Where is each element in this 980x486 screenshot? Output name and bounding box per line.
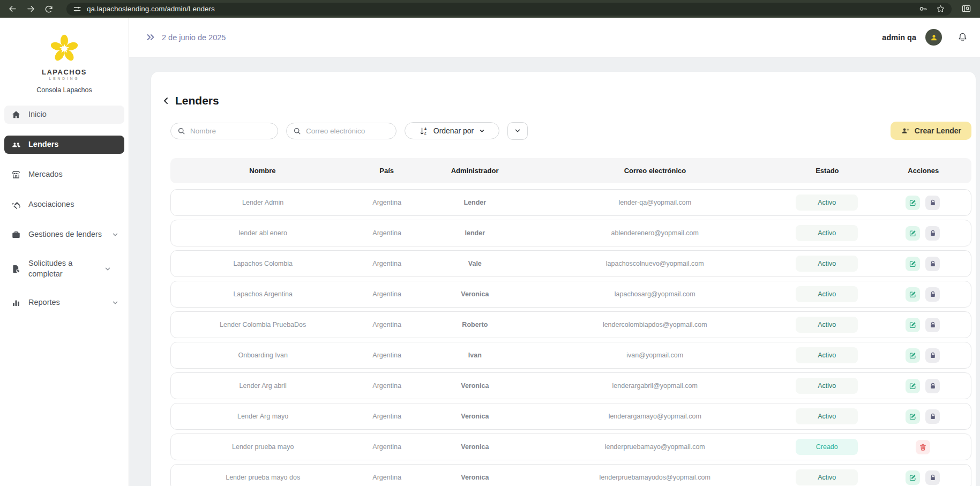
cell-acciones [875,470,971,485]
cell-estado: Activo [779,408,875,424]
people-icon [11,140,21,150]
sort-by-button[interactable]: AZ Ordenar por [405,122,499,139]
avatar[interactable] [925,29,942,46]
status-badge: Creado [796,439,858,455]
lock-button[interactable] [925,257,940,271]
logo-subtitle: LENDING [0,77,129,80]
lock-icon [929,290,937,298]
lock-button[interactable] [925,348,940,363]
bookmark-star-icon[interactable] [936,4,945,13]
sidebar-item-reportes[interactable]: Reportes [4,294,124,312]
console-label: Consola Lapachos [0,86,129,94]
edit-button[interactable] [906,196,920,210]
password-key-icon[interactable] [918,4,927,13]
edit-button[interactable] [906,318,920,332]
delete-button[interactable] [916,440,930,454]
cell-nombre: Lender Arg mayo [171,413,355,420]
edit-button[interactable] [906,257,920,271]
svg-text:A: A [424,127,427,131]
edit-button[interactable] [906,470,920,485]
sidebar-item-solicitudes-a-completar[interactable]: Solicitudes a completar [4,256,117,282]
sidebar-item-asociaciones[interactable]: Asociaciones [4,196,124,214]
sidebar-item-mercados[interactable]: Mercados [4,166,124,184]
url-bar[interactable]: qa.lapachoslending.com/admin/Lenders [66,3,952,16]
lenders-card: Lenders [151,72,976,486]
cell-correo: lenderargabril@yopmail.com [531,382,779,390]
email-search-box [286,123,397,139]
column-header-nombre: Nombre [170,167,355,175]
email-search-input[interactable] [286,123,397,139]
back-arrow-icon[interactable] [6,3,18,15]
table-row: Lender Arg abrilArgentinaVeronicalendera… [170,372,971,399]
cell-estado: Activo [779,256,875,272]
edit-button[interactable] [906,379,920,393]
chevron-down-icon [104,265,111,273]
edit-button[interactable] [906,287,920,302]
name-search-input[interactable] [170,123,278,139]
cell-correo: ivan@yopmail.com [531,352,779,359]
site-settings-icon[interactable] [73,5,81,13]
cell-pais: Argentina [355,474,418,481]
side-panel-search-icon[interactable] [961,4,971,14]
collapse-sidebar-icon[interactable] [146,33,155,41]
lock-button[interactable] [925,226,940,241]
reload-icon[interactable] [43,3,55,15]
lock-button[interactable] [925,409,940,424]
lock-button[interactable] [925,470,940,485]
cell-administrador: Lender [419,199,531,206]
edit-button[interactable] [906,348,920,363]
lapachos-flower-logo-icon [48,33,80,65]
cell-estado: Activo [779,195,875,211]
cell-administrador: Veronica [419,474,531,481]
lock-button[interactable] [925,379,940,393]
sidebar-item-inicio[interactable]: Inicio [4,106,124,124]
user-name: admin qa [882,33,916,42]
edit-icon [909,290,917,298]
cell-administrador: Veronica [419,443,531,451]
table-body: Lender AdminArgentinaLenderlender-qa@yop… [170,189,971,486]
lock-icon [929,474,937,481]
lock-icon [929,352,937,359]
sidebar-item-lenders[interactable]: Lenders [4,136,124,154]
cell-estado: Activo [779,286,875,302]
chevron-down-icon [111,299,119,306]
expand-filters-button[interactable] [507,122,528,140]
back-button[interactable] [162,96,170,105]
logo-name: LAPACHOS [0,68,129,76]
lock-button[interactable] [925,287,940,302]
cell-nombre: lender abl enero [171,229,355,237]
table-row: lender abl eneroArgentinalenderablendere… [170,220,971,246]
lock-icon [929,260,937,267]
forward-arrow-icon[interactable] [25,3,36,15]
trash-icon [919,443,927,451]
lock-button[interactable] [925,196,940,210]
cell-estado: Creado [779,439,875,455]
status-badge: Activo [796,225,858,241]
edit-button[interactable] [906,226,920,241]
lock-icon [929,229,937,237]
table-row: Lapachos ColombiaArgentinaValelapachosco… [170,250,971,277]
edit-button[interactable] [906,409,920,424]
cell-correo: lenderpruebamayo@yopmail.com [531,443,779,451]
top-header: 2 de junio de 2025 admin qa [129,18,980,57]
person-icon [929,33,939,42]
cell-estado: Activo [779,347,875,363]
edit-icon [909,199,917,207]
status-badge: Activo [796,286,858,302]
cell-correo: lapachoscolnuevo@yopmail.com [531,260,779,267]
status-badge: Activo [796,256,858,272]
status-badge: Activo [796,408,858,424]
cell-pais: Argentina [355,229,418,237]
sidebar: LAPACHOS LENDING Consola Lapachos Inicio… [0,18,129,486]
cell-pais: Argentina [355,382,418,390]
column-header-acciones: Acciones [876,167,971,175]
cell-nombre: Onboarding Ivan [171,352,355,359]
table-row: Onboarding IvanArgentinaIvanivan@yopmail… [170,342,971,369]
logo: LAPACHOS LENDING Consola Lapachos [0,33,129,94]
svg-text:Z: Z [424,131,427,135]
notifications-bell-icon[interactable] [957,32,968,43]
person-add-icon [901,126,910,136]
lock-button[interactable] [925,318,940,332]
create-lender-button[interactable]: Crear Lender [891,122,971,140]
sidebar-item-gestiones-de-lenders[interactable]: Gestiones de lenders [4,226,124,244]
